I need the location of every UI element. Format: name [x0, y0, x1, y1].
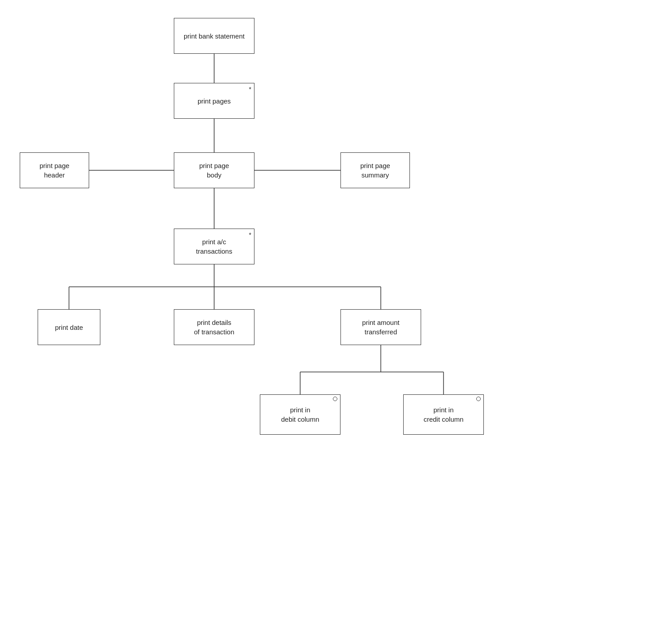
node-print-pages: * print pages [174, 83, 254, 119]
print-pages-asterisk: * [249, 85, 251, 94]
node-print-date-label: print date [55, 323, 83, 332]
node-print-page-header-label: print pageheader [39, 161, 69, 180]
node-print-page-summary-label: print pagesummary [360, 161, 390, 180]
print-ac-asterisk: * [249, 231, 251, 240]
node-print-page-header: print pageheader [20, 152, 89, 188]
node-print-pages-label: print pages [198, 96, 231, 106]
node-print-in-credit-column-label: print incredit column [423, 405, 463, 424]
node-print-page-body: print pagebody [174, 152, 254, 188]
node-print-bank-statement: print bank statement [174, 18, 254, 54]
node-print-details-of-transaction-label: print detailsof transaction [194, 318, 234, 337]
node-print-date: print date [38, 309, 100, 345]
node-print-page-summary: print pagesummary [340, 152, 410, 188]
credit-circle-icon [476, 397, 481, 401]
debit-circle-icon [333, 397, 337, 401]
diagram-container: print bank statement * print pages print… [0, 0, 672, 631]
node-print-bank-statement-label: print bank statement [184, 31, 245, 41]
node-print-ac-transactions-label: print a/ctransactions [196, 237, 233, 256]
node-print-amount-transferred-label: print amounttransferred [362, 318, 399, 337]
node-print-in-debit-column: print indebit column [260, 394, 340, 435]
node-print-page-body-label: print pagebody [199, 161, 229, 180]
node-print-amount-transferred: print amounttransferred [340, 309, 421, 345]
connection-lines [0, 0, 672, 631]
node-print-ac-transactions: * print a/ctransactions [174, 229, 254, 264]
node-print-in-debit-column-label: print indebit column [281, 405, 319, 424]
node-print-in-credit-column: print incredit column [403, 394, 484, 435]
node-print-details-of-transaction: print detailsof transaction [174, 309, 254, 345]
